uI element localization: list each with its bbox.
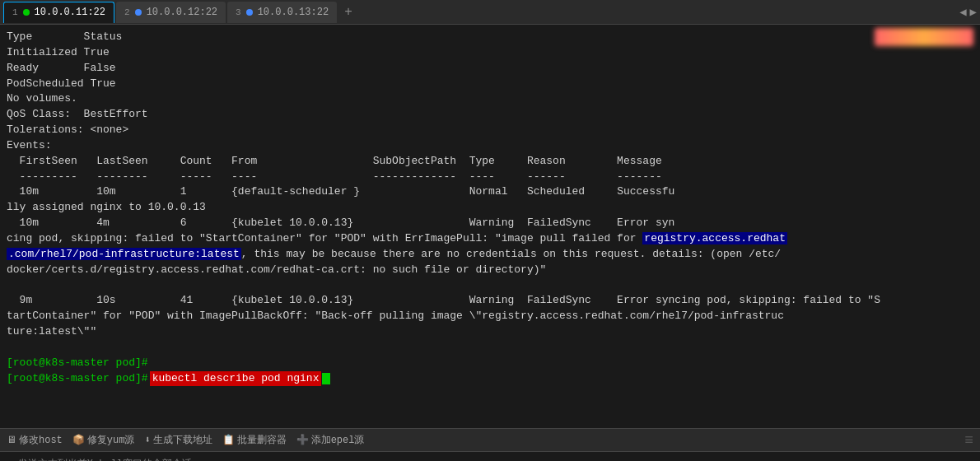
tab-2-num: 2 [124,7,130,17]
toolbar-item-container[interactable]: 📋 批量删容器 [222,433,287,447]
toolbar-menu-icon[interactable]: ≡ [964,432,973,449]
terminal-line-events: Events: [7,138,973,154]
prompt-text-2: [root@k8s-master pod]# [7,371,148,387]
container-icon: 📋 [222,434,235,446]
toolbar-label-host: 修改host [19,433,63,447]
tab-1-label: 10.0.0.11:22 [35,7,105,18]
toolbar-item-epel[interactable]: ➕ 添加epel源 [296,433,365,447]
nav-arrows: ◀ ▶ [959,5,977,19]
epel-icon: ➕ [296,434,309,446]
tab-1-dot [23,9,30,16]
terminal-line-event3: 9m 10s 41 {kubelet 10.0.0.13} Warning Fa… [7,293,973,309]
terminal-prompt-cmd: [root@k8s-master pod]# kubectl describe … [7,371,973,387]
bottom-toolbar: 🖥 修改host 📦 修复yum源 ⬇ 生成下载地址 📋 批量删容器 ➕ 添加e… [0,428,980,451]
terminal-line-event2c: .com/rhel7/pod-infrastructure:latest, th… [7,247,973,263]
tab-bar: 1 10.0.0.11:22 2 10.0.0.12:22 3 10.0.0.1… [0,0,980,25]
terminal-line-tolerations: Tolerations: <none> [7,123,973,138]
prompt-text-1: [root@k8s-master pod]# [7,356,148,371]
terminal-line-qos: QoS Class: BestEffort [7,107,973,123]
toolbar-item-yum[interactable]: 📦 修复yum源 [72,433,135,447]
yum-icon: 📦 [72,434,85,446]
terminal-line-blank2 [7,340,973,356]
tab-3-label: 10.0.0.13:22 [258,7,329,18]
new-tab-button[interactable]: + [338,2,358,22]
tab-2[interactable]: 2 10.0.0.12:22 [116,2,226,23]
tab-1-num: 1 [12,7,18,17]
terminal-line-sep: --------- -------- ----- ---- ----------… [7,170,973,185]
terminal-line-event2b: cing pod, skipping: failed to "StartCont… [7,231,973,247]
terminal-line-volumes: No volumes. [7,91,973,107]
terminal-prompt-empty: [root@k8s-master pod]# [7,356,973,371]
terminal-line-podscheduled: PodScheduled True [7,77,973,92]
terminal-line-event3b: tartContainer" for "POD" with ImagePullB… [7,309,973,324]
terminal-line-event1: 10m 10m 1 {default-scheduler } Normal Sc… [7,184,973,200]
tab-3[interactable]: 3 10.0.0.13:22 [227,2,337,23]
toolbar-label-download: 生成下载地址 [153,433,212,447]
tab-3-num: 3 [236,7,241,17]
send-arrow-down-icon[interactable]: ▼ [967,458,973,462]
terminal-line-event2d: docker/certs.d/registry.access.redhat.co… [7,263,973,278]
send-arrow-icon[interactable]: ▲ [954,458,961,462]
download-icon: ⬇ [144,434,150,446]
terminal-line-type: Type Status [7,30,973,45]
terminal-line-event3c: ture:latest\"" [7,324,973,340]
nav-right-icon[interactable]: ▶ [970,5,977,19]
nav-left-icon[interactable]: ◀ [959,5,966,19]
terminal-line-event2: 10m 4m 6 {kubelet 10.0.0.13} Warning Fai… [7,216,973,231]
send-icon: ✉ [7,458,13,462]
input-placeholder[interactable]: 发送文本到当前Xshell窗口的全部会话 [18,457,950,461]
toolbar-label-yum: 修复yum源 [87,433,135,447]
tab-3-dot [246,9,253,16]
tab-2-dot [135,9,142,16]
terminal-line-header: FirstSeen LastSeen Count From SubObjectP… [7,154,973,170]
input-bar: ✉ 发送文本到当前Xshell窗口的全部会话 ▲ ▼ [0,451,980,461]
toolbar-label-epel: 添加epel源 [311,433,365,447]
tab-1[interactable]: 1 10.0.0.11:22 [3,2,114,23]
cursor [322,373,330,384]
terminal-area[interactable]: Type Status Initialized True Ready False… [0,25,980,428]
toolbar-item-download[interactable]: ⬇ 生成下载地址 [144,433,212,447]
host-icon: 🖥 [7,434,16,446]
command-highlight: kubectl describe pod nginx [150,371,322,387]
blurred-badge [875,28,973,46]
terminal-line-ready: Ready False [7,61,973,77]
terminal-line-event1b: lly assigned nginx to 10.0.0.13 [7,200,973,216]
toolbar-item-host[interactable]: 🖥 修改host [7,433,63,447]
registry-highlight-2: .com/rhel7/pod-infrastructure:latest [7,248,241,260]
tab-2-label: 10.0.0.12:22 [147,7,217,18]
toolbar-label-container: 批量删容器 [237,433,287,447]
terminal-line-blank1 [7,278,973,294]
terminal-line-init: Initialized True [7,45,973,61]
registry-highlight: registry.access.redhat [642,232,787,244]
